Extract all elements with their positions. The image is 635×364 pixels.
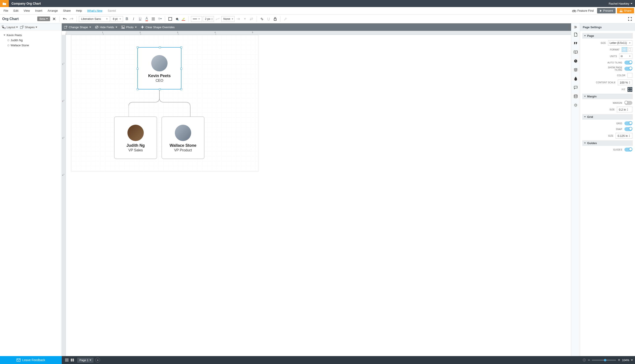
snap-toggle[interactable] bbox=[624, 127, 632, 131]
avatar bbox=[128, 125, 144, 141]
show-tiling-toggle[interactable] bbox=[624, 67, 632, 71]
add-page-button[interactable]: + bbox=[95, 358, 100, 362]
comments-icon[interactable] bbox=[573, 85, 578, 90]
layers-icon[interactable] bbox=[573, 68, 578, 72]
content-scale-stepper[interactable]: 100 %▲▼ bbox=[618, 80, 632, 85]
section-margin[interactable]: Margin bbox=[582, 94, 633, 99]
bold-button[interactable]: B bbox=[124, 16, 130, 22]
menu-edit[interactable]: Edit bbox=[11, 8, 21, 14]
page-color-swatch[interactable] bbox=[627, 73, 632, 78]
change-shape-button[interactable]: Change Shape bbox=[64, 25, 91, 29]
guides-toggle[interactable] bbox=[624, 148, 632, 152]
swap-arrows-button[interactable] bbox=[249, 16, 254, 22]
grid-size-stepper[interactable]: 0.125 in▲▼ bbox=[615, 133, 632, 138]
history-icon[interactable] bbox=[573, 58, 578, 64]
arrow-right-icon[interactable] bbox=[236, 16, 241, 22]
zoom-slider[interactable] bbox=[592, 360, 616, 360]
redo-button[interactable] bbox=[69, 16, 74, 22]
shape-style-button[interactable] bbox=[167, 16, 173, 22]
page-size-select[interactable]: Letter (8.5x11)▼ bbox=[608, 40, 632, 46]
org-node-child[interactable]: Wallace Stone VP Product bbox=[162, 116, 204, 159]
feature-find[interactable]: Feature Find bbox=[570, 9, 596, 12]
menu-help[interactable]: Help bbox=[74, 8, 85, 14]
link-button[interactable] bbox=[259, 16, 265, 22]
hide-fields-button[interactable]: Hide Fields bbox=[95, 26, 117, 29]
fit-button[interactable] bbox=[627, 87, 632, 92]
actions-icon[interactable] bbox=[573, 103, 578, 108]
font-family-select[interactable]: Liberation Sans▼ bbox=[79, 16, 110, 22]
page-chip[interactable]: Page 1 bbox=[77, 358, 94, 363]
org-node-root[interactable]: Kevin Peets CEO bbox=[137, 47, 182, 90]
feedback-button[interactable]: Leave Feedback bbox=[0, 356, 62, 364]
connector-line[interactable] bbox=[129, 89, 217, 118]
format-portrait-button[interactable] bbox=[627, 47, 632, 52]
section-grid[interactable]: Grid bbox=[582, 114, 633, 120]
present-button[interactable]: Present bbox=[597, 8, 615, 14]
section-page[interactable]: Page bbox=[582, 33, 633, 38]
tree-item-child[interactable]: Judith Ng bbox=[2, 38, 59, 43]
prop-margin-toggle: MARGIN bbox=[582, 101, 633, 105]
align-button[interactable] bbox=[150, 16, 156, 22]
canvas-area[interactable]: 1 2 3 4 5 1 2 3 4 Kevin Peets bbox=[62, 31, 571, 356]
close-panel-button[interactable]: ✕ bbox=[51, 16, 57, 22]
theme-icon[interactable] bbox=[573, 76, 578, 81]
canvas[interactable]: Kevin Peets CEO Judith Ng VP Sales Wall bbox=[66, 35, 571, 356]
clear-overrides-button[interactable]: Clear Shape Overrides bbox=[141, 25, 175, 29]
wrench-button[interactable] bbox=[283, 16, 288, 22]
format-landscape-button[interactable] bbox=[622, 47, 627, 52]
margin-toggle[interactable] bbox=[624, 101, 632, 105]
arrow-start-select[interactable]: None▼ bbox=[221, 16, 235, 22]
shapes-dropdown[interactable]: Shapes bbox=[20, 25, 37, 29]
page-icon[interactable] bbox=[573, 32, 578, 37]
font-size-select[interactable]: 8 pt▼ bbox=[111, 16, 123, 22]
zoom-value[interactable]: 104% bbox=[622, 358, 629, 362]
grid-toggle[interactable] bbox=[624, 122, 632, 125]
lock-button[interactable] bbox=[272, 16, 278, 22]
menu-file[interactable]: File bbox=[1, 8, 11, 14]
layout-dropdown[interactable]: Layout bbox=[2, 25, 18, 29]
share-button[interactable]: Share bbox=[617, 8, 634, 14]
text-color-button[interactable]: A bbox=[144, 16, 150, 22]
magnet-button[interactable] bbox=[266, 16, 271, 22]
undo-button[interactable] bbox=[62, 16, 68, 22]
grid-view-button[interactable] bbox=[71, 358, 74, 362]
units-select[interactable]: in▼ bbox=[619, 54, 632, 59]
line-style-select[interactable]: ▼ bbox=[191, 16, 202, 22]
data-icon[interactable] bbox=[573, 94, 578, 99]
whats-new-link[interactable]: What's New bbox=[85, 8, 105, 14]
user-menu[interactable]: Rachel Hawkley bbox=[606, 2, 635, 5]
org-node-child[interactable]: Judith Ng VP Sales bbox=[114, 116, 157, 159]
zoom-in-button[interactable]: + bbox=[618, 358, 620, 362]
italic-button[interactable]: I bbox=[131, 16, 136, 22]
line-type-button[interactable] bbox=[215, 16, 221, 22]
quote-icon[interactable] bbox=[573, 41, 578, 46]
list-view-button[interactable] bbox=[65, 358, 69, 362]
border-color-button[interactable] bbox=[181, 16, 186, 22]
menu-view[interactable]: View bbox=[21, 8, 33, 14]
photo-button[interactable]: Photo bbox=[121, 26, 137, 29]
zoom-out-button[interactable]: − bbox=[588, 358, 590, 362]
tree-item-child[interactable]: Wallace Stone bbox=[2, 43, 59, 48]
arrow-end-select[interactable]: ▼ bbox=[242, 16, 248, 22]
auto-tiling-toggle[interactable] bbox=[624, 60, 632, 64]
fullscreen-button[interactable] bbox=[627, 16, 633, 22]
menu-share[interactable]: Share bbox=[61, 8, 74, 14]
document-title[interactable]: Company Org Chart bbox=[9, 2, 44, 5]
zoom-target-icon[interactable] bbox=[582, 358, 586, 362]
side-panel-toggle[interactable] bbox=[571, 23, 580, 31]
stroke-width-stepper[interactable]: 2 px▲▼ bbox=[203, 16, 214, 22]
page-surface[interactable]: Kevin Peets CEO Judith Ng VP Sales Wall bbox=[71, 35, 258, 172]
node-role: VP Product bbox=[174, 148, 192, 152]
text-options-button[interactable]: T bbox=[157, 16, 163, 22]
beta-badge[interactable]: Beta bbox=[37, 16, 50, 21]
underline-button[interactable]: U bbox=[137, 16, 143, 22]
section-guides[interactable]: Guides bbox=[582, 140, 633, 146]
margin-size-stepper[interactable]: 0.2 in▲▼ bbox=[617, 107, 632, 112]
presentation-icon[interactable] bbox=[573, 50, 578, 55]
app-logo[interactable] bbox=[0, 0, 9, 7]
menu-arrange[interactable]: Arrange bbox=[45, 8, 61, 14]
prop-page-size: SIZE Letter (8.5x11)▼ bbox=[582, 40, 633, 46]
menu-insert[interactable]: Insert bbox=[33, 8, 45, 14]
tree-item-root[interactable]: Kevin Peets bbox=[2, 32, 59, 38]
fill-color-button[interactable] bbox=[174, 16, 180, 22]
